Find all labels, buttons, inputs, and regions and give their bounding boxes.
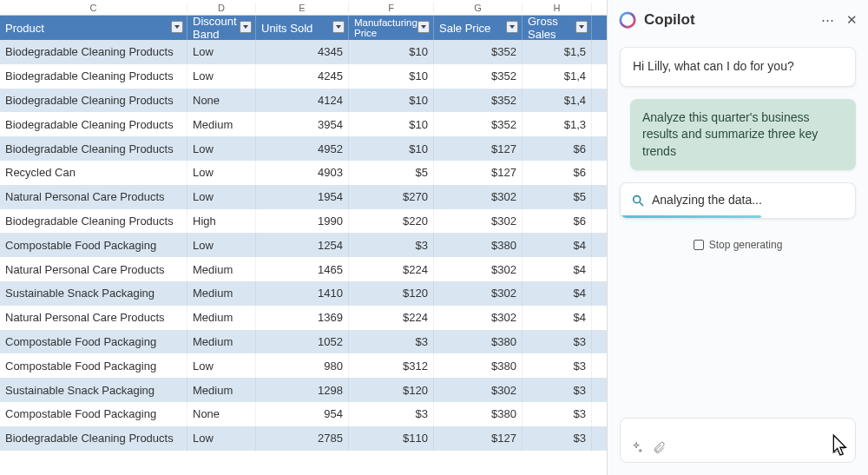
cell-band[interactable]: High (187, 209, 256, 234)
header-sale-price[interactable]: Sale Price (434, 16, 523, 40)
attachment-icon[interactable] (652, 441, 666, 455)
cell-product[interactable]: Natural Personal Care Products (0, 306, 187, 330)
cell-gross[interactable]: $1,4 (523, 89, 592, 113)
cell-gross[interactable]: $6 (523, 136, 592, 161)
table-row[interactable]: Sustainable Snack PackagingMedium1410$12… (0, 281, 607, 306)
cell-units[interactable]: 4245 (256, 64, 349, 89)
cell-units[interactable]: 1465 (256, 257, 349, 281)
header-discount-band[interactable]: Discount Band (187, 16, 256, 40)
cell-gross[interactable]: $6 (523, 161, 592, 185)
cell-sale[interactable]: $127 (434, 426, 523, 451)
table-row[interactable]: Biodegradable Cleaning ProductsNone4124$… (0, 89, 607, 113)
cell-product[interactable]: Sustainable Snack Packaging (0, 378, 187, 402)
cell-sale[interactable]: $302 (434, 257, 523, 281)
cell-product[interactable]: Biodegradable Cleaning Products (0, 64, 187, 89)
cell-mfg[interactable]: $120 (349, 378, 434, 402)
cell-sale[interactable]: $380 (434, 402, 523, 426)
cell-sale[interactable]: $127 (434, 161, 523, 185)
cell-mfg[interactable]: $10 (349, 89, 434, 113)
table-row[interactable]: Natural Personal Care ProductsLow1954$27… (0, 185, 607, 209)
cell-sale[interactable]: $352 (434, 40, 523, 64)
table-row[interactable]: Compostable Food PackagingMedium1052$3$3… (0, 330, 607, 354)
table-row[interactable]: Compostable Food PackagingLow980$312$380… (0, 353, 607, 378)
cell-mfg[interactable]: $3 (349, 402, 434, 426)
cell-band[interactable]: Low (187, 40, 256, 64)
table-row[interactable]: Biodegradable Cleaning ProductsHigh1990$… (0, 209, 607, 234)
cell-gross[interactable]: $3 (523, 353, 592, 378)
cell-gross[interactable]: $4 (523, 257, 592, 281)
filter-dropdown-icon[interactable] (240, 21, 252, 33)
cell-gross[interactable]: $4 (523, 233, 592, 257)
cell-product[interactable]: Biodegradable Cleaning Products (0, 40, 187, 64)
more-icon[interactable]: ⋯ (821, 12, 834, 28)
cell-product[interactable]: Compostable Food Packaging (0, 330, 187, 354)
cell-units[interactable]: 1410 (256, 281, 349, 306)
cell-gross[interactable]: $3 (523, 402, 592, 426)
cell-units[interactable]: 1298 (256, 378, 349, 402)
cell-band[interactable]: None (187, 89, 256, 113)
cell-mfg[interactable]: $10 (349, 64, 434, 89)
col-letter[interactable]: H (523, 3, 592, 13)
cell-sale[interactable]: $302 (434, 185, 523, 209)
cell-gross[interactable]: $4 (523, 281, 592, 306)
col-letter[interactable]: G (434, 3, 523, 13)
cell-units[interactable]: 1369 (256, 306, 349, 330)
table-row[interactable]: Biodegradable Cleaning ProductsLow4952$1… (0, 136, 607, 161)
cell-units[interactable]: 4124 (256, 89, 349, 113)
cell-product[interactable]: Natural Personal Care Products (0, 257, 187, 281)
cell-units[interactable]: 980 (256, 353, 349, 378)
cell-sale[interactable]: $352 (434, 89, 523, 113)
cell-band[interactable]: Low (187, 64, 256, 89)
cell-gross[interactable]: $1,4 (523, 64, 592, 89)
header-gross-sales[interactable]: Gross Sales (523, 16, 592, 40)
filter-dropdown-icon[interactable] (506, 21, 518, 33)
cell-units[interactable]: 1954 (256, 185, 349, 209)
cell-band[interactable]: Low (187, 353, 256, 378)
table-row[interactable]: Natural Personal Care ProductsMedium1369… (0, 306, 607, 330)
cell-units[interactable]: 3954 (256, 112, 349, 136)
cell-mfg[interactable]: $312 (349, 353, 434, 378)
cell-units[interactable]: 2785 (256, 426, 349, 451)
filter-dropdown-icon[interactable] (171, 21, 183, 33)
cell-mfg[interactable]: $270 (349, 185, 434, 209)
cell-band[interactable]: Low (187, 185, 256, 209)
cell-sale[interactable]: $380 (434, 353, 523, 378)
cell-mfg[interactable]: $5 (349, 161, 434, 185)
table-row[interactable]: Biodegradable Cleaning ProductsLow2785$1… (0, 426, 607, 451)
table-row[interactable]: Biodegradable Cleaning ProductsMedium395… (0, 112, 607, 136)
cell-sale[interactable]: $127 (434, 136, 523, 161)
table-row[interactable]: Sustainable Snack PackagingMedium1298$12… (0, 378, 607, 402)
cell-band[interactable]: None (187, 402, 256, 426)
cell-mfg[interactable]: $10 (349, 40, 434, 64)
cell-band[interactable]: Medium (187, 378, 256, 402)
cell-units[interactable]: 1254 (256, 233, 349, 257)
cell-gross[interactable]: $3 (523, 426, 592, 451)
cell-sale[interactable]: $302 (434, 281, 523, 306)
cell-sale[interactable]: $352 (434, 112, 523, 136)
cell-product[interactable]: Compostable Food Packaging (0, 353, 187, 378)
table-row[interactable]: Compostable Food PackagingLow1254$3$380$… (0, 233, 607, 257)
cell-band[interactable]: Medium (187, 306, 256, 330)
cell-gross[interactable]: $1,3 (523, 112, 592, 136)
cell-sale[interactable]: $380 (434, 330, 523, 354)
cell-units[interactable]: 4952 (256, 136, 349, 161)
stop-generating-button[interactable]: Stop generating (686, 234, 791, 255)
send-icon[interactable] (832, 441, 846, 455)
cell-gross[interactable]: $3 (523, 330, 592, 354)
cell-gross[interactable]: $1,5 (523, 40, 592, 64)
cell-sale[interactable]: $380 (434, 233, 523, 257)
cell-product[interactable]: Recycled Can (0, 161, 187, 185)
cell-units[interactable]: 1990 (256, 209, 349, 234)
cell-band[interactable]: Low (187, 136, 256, 161)
cell-mfg[interactable]: $224 (349, 306, 434, 330)
copilot-input-bar[interactable] (620, 418, 856, 463)
cell-product[interactable]: Compostable Food Packaging (0, 402, 187, 426)
filter-dropdown-icon[interactable] (575, 21, 588, 33)
cell-product[interactable]: Biodegradable Cleaning Products (0, 426, 187, 451)
cell-units[interactable]: 954 (256, 402, 349, 426)
cell-mfg[interactable]: $120 (349, 281, 434, 306)
table-row[interactable]: Recycled CanLow4903$5$127$6 (0, 161, 607, 185)
col-letter[interactable]: E (256, 3, 349, 13)
cell-sale[interactable]: $352 (434, 64, 523, 89)
cell-gross[interactable]: $3 (523, 378, 592, 402)
